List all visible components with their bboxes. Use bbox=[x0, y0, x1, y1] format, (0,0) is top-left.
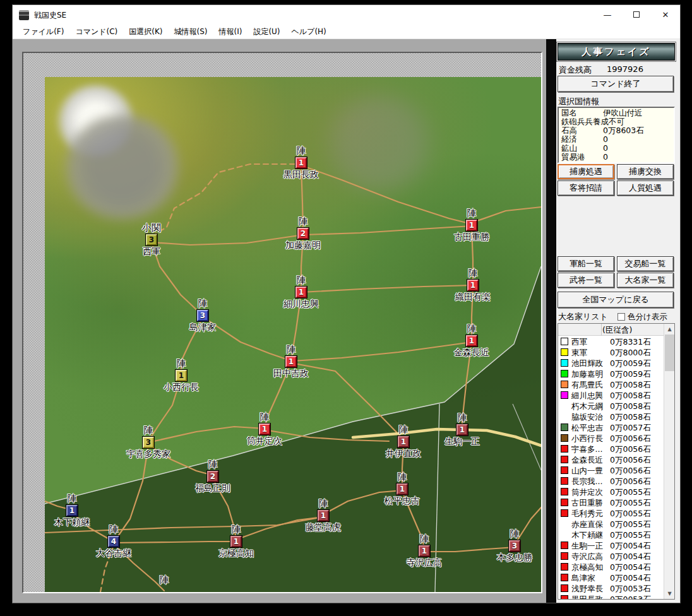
marker-unit-box[interactable]: 3 bbox=[197, 310, 208, 321]
marker-unit-box[interactable]: 3 bbox=[146, 234, 157, 246]
maximize-button[interactable] bbox=[622, 5, 651, 25]
info-value: 0万8603石 bbox=[603, 126, 644, 135]
daimyo-row[interactable]: 細川忠興0万0058石 bbox=[558, 390, 664, 401]
daimyo-row[interactable]: 池田輝政0万0059石 bbox=[558, 358, 664, 369]
map-region: 陣1黒田長政小関3西軍陣2加藤嘉明陣1古田重勝陣1細川忠興陣1織田有楽陣3島津家… bbox=[13, 39, 546, 603]
marker-unit-box[interactable]: 4 bbox=[108, 536, 119, 547]
guest-general-invite-button[interactable]: 客将招請 bbox=[558, 181, 614, 196]
daimyo-name: 赤座直保 bbox=[571, 519, 603, 530]
daimyo-color-square bbox=[561, 595, 568, 600]
daimyo-row[interactable]: 宇喜多...0万0056石 bbox=[558, 444, 664, 454]
marker-unit-box[interactable]: 1 bbox=[456, 424, 468, 435]
daimyo-row[interactable]: 古田重勝0万0055石 bbox=[558, 497, 664, 508]
marker-unit-box[interactable]: 3 bbox=[509, 540, 520, 552]
window-title: 戦国史SE bbox=[34, 10, 66, 21]
marker-type-label: 陣 bbox=[144, 425, 153, 437]
map-view[interactable]: 陣1黒田長政小関3西軍陣2加藤嘉明陣1古田重勝陣1細川忠興陣1織田有楽陣3島津家… bbox=[45, 77, 541, 592]
daimyo-koku-value: 0万0056石 bbox=[610, 433, 651, 444]
daimyo-row[interactable]: 生駒一正0万0054石 bbox=[558, 540, 664, 551]
daimyo-listbox[interactable]: (臣従含) 西軍0万8331石東軍0万8000石池田輝政0万0059石加藤嘉明0… bbox=[558, 323, 675, 600]
marker-unit-box[interactable]: 1 bbox=[176, 370, 187, 381]
end-command-button[interactable]: コマンド終了 bbox=[558, 76, 674, 92]
scroll-up-icon[interactable]: ▲ bbox=[664, 324, 675, 335]
daimyo-color-square bbox=[561, 477, 568, 485]
country-info-row: 経済0 bbox=[561, 135, 671, 144]
marker-general-name: 小西行長 bbox=[164, 382, 199, 393]
daimyo-row[interactable]: 毛利秀元0万0055石 bbox=[558, 508, 664, 519]
marker-unit-box[interactable]: 1 bbox=[295, 287, 307, 298]
marker-unit-box[interactable]: 2 bbox=[207, 471, 218, 482]
daimyo-row[interactable]: 黒田長政0万0053石 bbox=[558, 594, 664, 600]
daimyo-color-square bbox=[561, 456, 568, 463]
menu-item-6[interactable]: ヘルプ(H) bbox=[286, 25, 332, 38]
colorize-checkbox-row[interactable]: 色分け表示 bbox=[617, 312, 674, 323]
menu-item-2[interactable]: 国選択(K) bbox=[123, 25, 168, 38]
marker-unit-box[interactable]: 1 bbox=[318, 510, 329, 521]
funds-label: 資金残高 bbox=[559, 65, 592, 74]
marker-general-name: 生駒一正 bbox=[444, 436, 480, 447]
scroll-thumb[interactable] bbox=[665, 335, 674, 371]
map-panel: 陣1黒田長政小関3西軍陣2加藤嘉明陣1古田重勝陣1細川忠興陣1織田有楽陣3島津家… bbox=[22, 52, 542, 593]
colorize-checkbox[interactable] bbox=[617, 313, 625, 321]
daimyo-row[interactable]: 加藤嘉明0万0059石 bbox=[558, 369, 664, 379]
daimyo-name: 朽木元綱 bbox=[571, 401, 603, 412]
marker-unit-box[interactable]: 1 bbox=[466, 335, 477, 346]
scrollbar[interactable]: ▲ ▼ bbox=[664, 324, 674, 599]
marker-unit-box[interactable]: 1 bbox=[295, 157, 307, 169]
trade-ship-list-button[interactable]: 交易船一覧 bbox=[617, 256, 674, 271]
marker-unit-box[interactable]: 3 bbox=[143, 437, 154, 448]
scroll-down-icon[interactable]: ▼ bbox=[664, 588, 675, 599]
daimyo-row[interactable]: 山内一豊0万0056石 bbox=[558, 465, 664, 476]
daimyo-row[interactable]: 有馬豊氏0万0058石 bbox=[558, 379, 664, 390]
daimyo-list-label: 大名家リスト bbox=[558, 311, 608, 323]
menu-item-4[interactable]: 情報(I) bbox=[213, 25, 248, 38]
marker-unit-box[interactable]: 1 bbox=[419, 545, 430, 557]
daimyo-row[interactable]: 脇坂安治0万0058石 bbox=[558, 412, 664, 422]
warship-list-button[interactable]: 軍船一覧 bbox=[558, 256, 614, 271]
marker-unit-box[interactable]: 1 bbox=[467, 280, 479, 291]
daimyo-row[interactable]: 木下頼継0万0055石 bbox=[558, 530, 664, 540]
daimyo-row[interactable]: 西軍0万8331石 bbox=[558, 336, 664, 347]
daimyo-list-header: (臣従含) bbox=[558, 324, 664, 336]
back-to-national-map-button[interactable]: 全国マップに戻る bbox=[558, 292, 674, 308]
marker-type-label: 陣 bbox=[232, 524, 241, 536]
marker-unit-box[interactable]: 1 bbox=[66, 505, 78, 516]
marker-unit-box[interactable]: 1 bbox=[230, 536, 242, 547]
daimyo-row[interactable]: 島津家0万0054石 bbox=[558, 572, 664, 583]
daimyo-row[interactable]: 京極高知0万0054石 bbox=[558, 562, 664, 572]
daimyo-row[interactable]: 筒井定次0万0055石 bbox=[558, 487, 664, 497]
daimyo-name: 松平忠吉 bbox=[571, 422, 603, 433]
marker-unit-box[interactable]: 2 bbox=[297, 228, 309, 239]
general-list-button[interactable]: 武将一覧 bbox=[558, 273, 614, 288]
close-button[interactable]: ✕ bbox=[651, 5, 680, 25]
daimyo-name: 毛利秀元 bbox=[571, 508, 603, 519]
menu-item-1[interactable]: コマンド(C) bbox=[69, 25, 123, 38]
marker-unit-box[interactable]: 1 bbox=[397, 483, 408, 495]
daimyo-row[interactable]: 寺沢広高0万0054石 bbox=[558, 551, 664, 562]
daimyo-row[interactable]: 赤座直保0万0055石 bbox=[558, 519, 664, 530]
daimyo-row[interactable]: 小西行長0万0056石 bbox=[558, 433, 664, 444]
marker-unit-box[interactable]: 1 bbox=[398, 436, 409, 447]
daimyo-color-square bbox=[561, 542, 568, 549]
daimyo-row[interactable]: 朽木元綱0万0058石 bbox=[558, 401, 664, 412]
prisoner-treatment-button[interactable]: 捕虜処遇 bbox=[558, 164, 614, 179]
daimyo-koku-value: 0万0058石 bbox=[610, 390, 651, 401]
daimyo-row[interactable]: 東軍0万8000石 bbox=[558, 347, 664, 358]
minimize-button[interactable]: — bbox=[593, 5, 622, 25]
daimyo-list-button[interactable]: 大名家一覧 bbox=[617, 273, 674, 288]
daimyo-row[interactable]: 松平忠吉0万0057石 bbox=[558, 422, 664, 433]
marker-unit-box[interactable]: 1 bbox=[285, 356, 297, 367]
hostage-treatment-button[interactable]: 人質処遇 bbox=[617, 181, 674, 196]
daimyo-name: 寺沢広高 bbox=[571, 551, 603, 562]
daimyo-row[interactable]: 浅野幸長0万0053石 bbox=[558, 583, 664, 594]
prisoner-exchange-button[interactable]: 捕虜交換 bbox=[617, 164, 674, 179]
marker-unit-box[interactable]: 1 bbox=[259, 424, 270, 435]
menu-item-0[interactable]: ファイル(F) bbox=[17, 25, 69, 38]
menu-item-5[interactable]: 設定(U) bbox=[248, 25, 285, 38]
daimyo-row[interactable]: 金森長近0万0056石 bbox=[558, 454, 664, 465]
menu-item-3[interactable]: 城情報(S) bbox=[169, 25, 213, 38]
daimyo-row[interactable]: 長宗我...0万0056石 bbox=[558, 476, 664, 487]
country-info-box: 国名伊吹山付近鉄砲兵兵養成不可石高0万8603石経済0鉱山0貿易港0 bbox=[558, 107, 675, 163]
marker-unit-box[interactable]: 1 bbox=[466, 220, 477, 231]
marker-general-name: 木下頼継 bbox=[54, 517, 90, 528]
